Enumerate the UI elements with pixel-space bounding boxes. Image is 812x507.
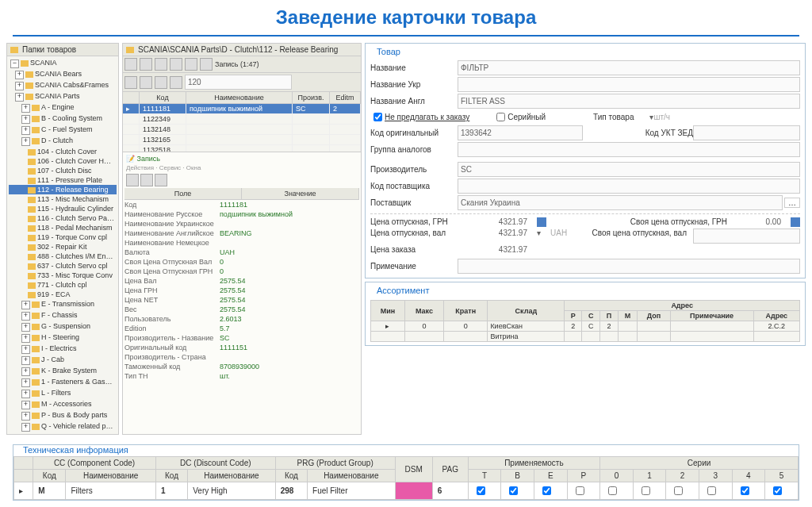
expand-icon[interactable]: + — [21, 390, 30, 398]
tree-item[interactable]: 107 - Clutch Disc — [9, 166, 117, 175]
col-e[interactable]: E — [534, 470, 567, 482]
chevron-down-icon[interactable]: ▾ — [537, 229, 541, 244]
collapse-icon[interactable]: − — [10, 60, 19, 68]
table-row[interactable]: ▸ MFilters 1Very High 298Fuel Filter 6 — [14, 482, 799, 500]
col-1[interactable]: 1 — [633, 470, 666, 482]
tree-item[interactable]: +1 - Fasteners & Gaskets — [9, 377, 117, 388]
col-cc[interactable]: CC (Component Code) — [33, 457, 156, 470]
tree-item[interactable]: 104 - Clutch Cover — [9, 147, 117, 156]
applic-e-checkbox[interactable] — [542, 486, 551, 495]
col-p[interactable]: П — [600, 311, 619, 321]
tree-item[interactable]: +E - Transmission — [9, 299, 117, 310]
tree-item[interactable]: +SCANIA Cabs&Frames — [9, 80, 117, 91]
expand-icon[interactable]: + — [21, 137, 30, 146]
series-0-checkbox[interactable] — [608, 486, 617, 495]
applic-b-checkbox[interactable] — [509, 486, 518, 495]
expand-icon[interactable]: + — [21, 412, 30, 421]
col-applic[interactable]: Применяемость — [468, 457, 599, 470]
col-s[interactable]: С — [582, 311, 600, 321]
page-input[interactable] — [185, 75, 292, 90]
col-3[interactable]: 3 — [699, 470, 732, 482]
tree-item[interactable]: 919 - ECA — [9, 290, 117, 299]
tree-item[interactable]: +P - Bus & Body parts — [9, 410, 117, 421]
grid-row[interactable]: 1132165 — [123, 135, 361, 145]
tree-item[interactable]: 637 - Clutch Servo cpl — [9, 261, 117, 271]
col-dc-code[interactable]: Код — [155, 470, 187, 482]
tree-item[interactable]: 488 - Clutches I/M Engine — [9, 252, 117, 261]
applic-p-checkbox[interactable] — [576, 486, 584, 495]
expand-icon[interactable]: + — [15, 93, 24, 102]
table-row[interactable]: Витрина — [371, 332, 800, 342]
expand-icon[interactable]: + — [21, 301, 30, 309]
tree-item[interactable]: +L - Filters — [9, 388, 117, 399]
own-price-val-input[interactable] — [693, 229, 800, 244]
series-4-checkbox[interactable] — [741, 486, 749, 495]
col-prg[interactable]: PRG (Product Group) — [275, 457, 395, 470]
ellipsis-button[interactable]: … — [784, 198, 800, 208]
orig-code-input[interactable] — [458, 125, 583, 140]
tree-item[interactable]: 733 - Misc Torque Conv — [9, 271, 117, 280]
grid-row[interactable]: 1122349 — [123, 114, 361, 125]
no-offer-checkbox[interactable] — [373, 113, 382, 121]
tree-item[interactable]: +B - Cooling System — [9, 113, 117, 125]
tree-item[interactable]: 111 - Pressure Plate — [9, 175, 117, 185]
serial-checkbox[interactable] — [496, 113, 505, 121]
supplier-input[interactable] — [458, 195, 783, 210]
series-1-checkbox[interactable] — [642, 486, 650, 495]
expand-icon[interactable]: + — [21, 126, 30, 135]
nav-first-icon[interactable] — [124, 58, 137, 71]
tree-item[interactable]: +M - Accessories — [9, 399, 117, 410]
tree-item[interactable]: +SCANIA Parts — [9, 91, 117, 102]
expand-icon[interactable]: + — [21, 423, 30, 432]
price-indicator-icon[interactable] — [537, 217, 546, 227]
tree-item[interactable]: +C - Fuel System — [9, 125, 117, 136]
col-m[interactable]: М — [618, 311, 637, 321]
col-4[interactable]: 4 — [732, 470, 765, 482]
col-0[interactable]: 0 — [600, 470, 634, 482]
nav-prev-icon[interactable] — [140, 58, 152, 71]
tree-item[interactable]: +SCANIA Bears — [9, 69, 117, 80]
col-cc-code[interactable]: Код — [33, 470, 66, 482]
name-input[interactable] — [458, 60, 800, 75]
tree-item[interactable]: 106 - Clutch Cover HV deb — [9, 156, 117, 166]
refresh-icon[interactable] — [200, 58, 213, 71]
col-5[interactable]: 5 — [765, 470, 799, 482]
detail-menu[interactable]: Действия · Сервис · Окна — [124, 163, 359, 172]
col-addr2[interactable]: Адрес — [753, 311, 799, 321]
col-dop[interactable]: Доп — [638, 311, 670, 321]
expand-icon[interactable]: + — [15, 71, 24, 79]
grid-row[interactable]: ▸1111181подшипник выжимнойSC2 — [123, 104, 361, 114]
expand-icon[interactable]: + — [21, 378, 30, 387]
search-icon[interactable] — [185, 58, 197, 71]
underline-icon[interactable] — [155, 76, 167, 89]
tree-item[interactable]: 115 - Hydraulic Cylinder — [9, 204, 117, 213]
trash-icon[interactable] — [124, 76, 137, 89]
tree-item[interactable]: 113 - Misc Mechanism — [9, 194, 117, 204]
col-series[interactable]: Серии — [600, 457, 799, 470]
grid-row[interactable]: 1132148 — [123, 125, 361, 135]
table-row[interactable]: ▸00КиевСкан2C22.C.2 — [371, 321, 800, 332]
col-dsm[interactable]: DSM — [395, 457, 432, 482]
col-warehouse[interactable]: Склад — [488, 301, 565, 321]
expand-icon[interactable]: + — [21, 367, 30, 376]
tree-item[interactable]: +K - Brake System — [9, 366, 117, 377]
expand-icon[interactable]: + — [21, 104, 30, 113]
col-r[interactable]: Р — [565, 311, 582, 321]
copy-icon[interactable] — [140, 174, 153, 186]
price-indicator-icon[interactable] — [791, 217, 800, 227]
col-prg-name[interactable]: Наименование — [308, 470, 396, 482]
tree-item[interactable]: 118 - Pedal Mechanism — [9, 223, 117, 232]
tree-item[interactable]: 771 - Clutch cpl — [9, 280, 117, 290]
expand-icon[interactable]: + — [21, 356, 30, 365]
expand-icon[interactable]: + — [21, 312, 30, 321]
supplier-code-input[interactable] — [458, 179, 800, 194]
col-note[interactable]: Примечание — [670, 311, 753, 321]
col-pag[interactable]: PAG — [432, 457, 468, 482]
bold-icon[interactable] — [140, 76, 152, 89]
tree-item[interactable]: 112 - Release Bearing — [9, 185, 117, 194]
name-ukr-input[interactable] — [458, 77, 800, 92]
expand-icon[interactable]: + — [21, 401, 30, 409]
expand-icon[interactable]: + — [21, 323, 30, 332]
expand-icon[interactable]: + — [15, 82, 24, 90]
tree-item[interactable]: 116 - Clutch Servo Parts — [9, 213, 117, 223]
